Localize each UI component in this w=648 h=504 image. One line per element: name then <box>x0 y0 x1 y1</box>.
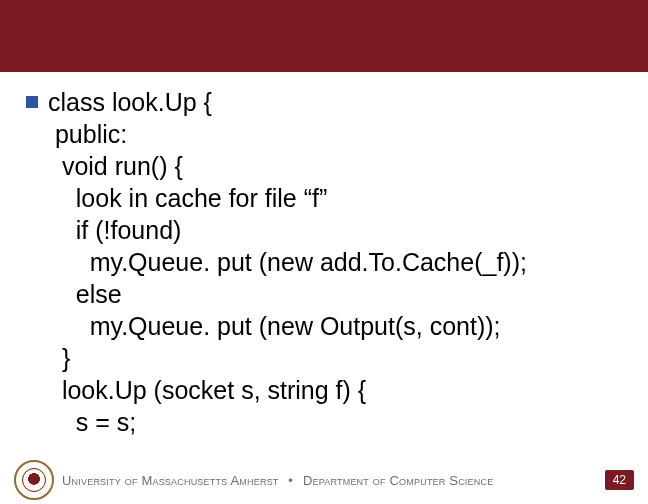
code-line: look in cache for file “f” <box>48 184 327 212</box>
footer-institution: University of Massachusetts Amherst <box>62 473 279 488</box>
code-line: } <box>48 344 70 372</box>
code-line: else <box>48 280 122 308</box>
square-bullet-icon <box>26 96 38 108</box>
code-line: public: <box>48 120 127 148</box>
slide-footer: University of Massachusetts Amherst • De… <box>0 462 648 504</box>
code-line: class look.Up { <box>48 88 212 116</box>
umass-seal-icon <box>14 460 54 500</box>
code-line: s = s; <box>48 408 136 436</box>
code-block: class look.Up { public: void run() { loo… <box>48 86 527 438</box>
bullet-item: class look.Up { public: void run() { loo… <box>26 86 622 438</box>
title-band <box>0 0 648 72</box>
code-line: void run() { <box>48 152 183 180</box>
page-number: 42 <box>613 473 626 487</box>
code-line: if (!found) <box>48 216 181 244</box>
code-line: look.Up (socket s, string f) { <box>48 376 366 404</box>
footer-text: University of Massachusetts Amherst • De… <box>62 473 493 488</box>
code-line: my.Queue. put (new Output(s, cont)); <box>48 312 501 340</box>
page-number-badge: 42 <box>605 470 634 490</box>
code-line: my.Queue. put (new add.To.Cache(_f)); <box>48 248 527 276</box>
footer-separator: • <box>288 473 293 488</box>
footer-department: Department of Computer Science <box>303 473 493 488</box>
slide-body: class look.Up { public: void run() { loo… <box>0 72 648 504</box>
